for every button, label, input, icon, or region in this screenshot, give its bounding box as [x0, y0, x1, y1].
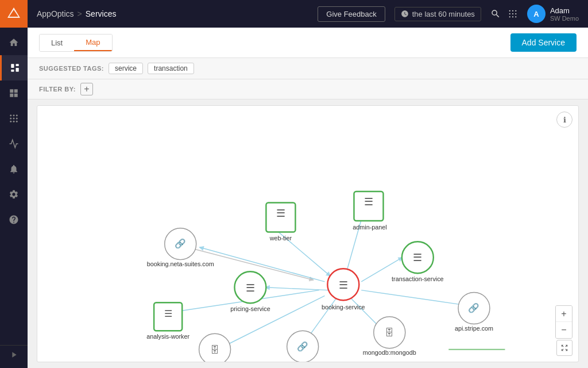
svg-point-22 — [515, 13, 516, 14]
user-name: Adam — [550, 6, 579, 15]
svg-line-32 — [351, 298, 380, 327]
sidebar-bottom — [0, 345, 28, 368]
svg-rect-2 — [16, 68, 18, 72]
svg-point-20 — [509, 13, 510, 14]
svg-rect-1 — [16, 64, 18, 66]
user-profile[interactable]: A Adam SW Demo — [527, 5, 579, 23]
service-map[interactable]: ℹ — [37, 105, 579, 362]
svg-point-17 — [509, 10, 510, 12]
svg-text:☰: ☰ — [364, 196, 373, 208]
svg-point-15 — [13, 121, 15, 122]
svg-point-25 — [515, 16, 516, 17]
svg-line-31 — [361, 290, 463, 305]
svg-point-21 — [512, 13, 513, 14]
svg-rect-0 — [11, 64, 14, 68]
map-svg: ☰ web-tier ☰ admin-panel ☰ transaction-s… — [37, 106, 578, 362]
svg-point-10 — [16, 114, 18, 116]
grid-dots-icon[interactable] — [508, 9, 518, 19]
sidebar-item-bell[interactable] — [0, 156, 28, 182]
svg-rect-7 — [14, 94, 18, 97]
avatar: A — [527, 5, 546, 23]
page-title: Services — [86, 9, 117, 18]
svg-text:web-tier: web-tier — [269, 235, 292, 241]
svg-point-16 — [16, 121, 18, 122]
sidebar — [0, 0, 28, 368]
add-service-button[interactable]: Add Service — [510, 33, 577, 52]
svg-point-12 — [13, 118, 15, 120]
app-logo[interactable] — [0, 0, 28, 28]
view-toggle: List Map — [39, 34, 113, 52]
zoom-out-button[interactable]: − — [556, 322, 572, 338]
zoom-controls: + − — [555, 305, 572, 339]
time-range[interactable]: the last 60 minutes — [394, 7, 481, 21]
svg-rect-5 — [14, 89, 18, 93]
sidebar-item-dashboard[interactable] — [0, 55, 28, 80]
breadcrumb: AppOptics > Services — [37, 9, 116, 18]
svg-rect-3 — [11, 70, 14, 72]
svg-text:☰: ☰ — [413, 252, 422, 263]
view-toolbar: List Map Add Service — [28, 28, 588, 58]
svg-text:☰: ☰ — [276, 208, 285, 219]
add-filter-button[interactable]: + — [80, 83, 93, 95]
svg-point-24 — [512, 16, 513, 17]
sidebar-item-activity[interactable] — [0, 131, 28, 156]
svg-line-30 — [265, 288, 328, 290]
expand-icon — [560, 344, 568, 352]
search-icon[interactable] — [490, 9, 501, 19]
svg-point-8 — [10, 114, 11, 116]
svg-text:☰: ☰ — [246, 282, 255, 294]
sidebar-nav — [0, 28, 28, 345]
svg-text:🔗: 🔗 — [175, 238, 186, 249]
suggested-tags-label: SUGGESTED TAGS: — [39, 65, 104, 72]
app-name: AppOptics — [37, 9, 74, 18]
sidebar-item-help[interactable] — [0, 207, 28, 232]
svg-rect-4 — [10, 89, 13, 93]
svg-rect-6 — [10, 94, 13, 97]
svg-point-13 — [16, 118, 18, 120]
svg-text:pricing-service: pricing-service — [230, 305, 270, 312]
filter-bar: FILTER BY: + — [28, 79, 588, 99]
sidebar-item-home[interactable] — [0, 30, 28, 55]
svg-text:booking-service: booking-service — [322, 304, 365, 310]
svg-line-27 — [271, 226, 330, 276]
tag-service[interactable]: service — [109, 63, 143, 74]
topbar-icons — [490, 9, 518, 19]
svg-point-23 — [509, 16, 510, 17]
time-range-label: the last 60 minutes — [412, 10, 475, 18]
svg-text:admin-panel: admin-panel — [353, 224, 386, 231]
clock-icon — [401, 10, 409, 18]
zoom-in-button[interactable]: + — [556, 306, 572, 322]
main-content: AppOptics > Services Give Feedback the l… — [28, 0, 588, 368]
sidebar-item-apps[interactable] — [0, 106, 28, 131]
svg-point-11 — [10, 118, 11, 120]
user-role: SW Demo — [550, 15, 579, 22]
svg-text:booking.neta-suites.com: booking.neta-suites.com — [147, 260, 214, 267]
map-view-button[interactable]: Map — [74, 34, 111, 51]
svg-point-19 — [515, 10, 516, 12]
svg-text:analysis-worker: analysis-worker — [146, 333, 189, 340]
svg-point-18 — [512, 10, 513, 12]
svg-text:🔗: 🔗 — [468, 302, 479, 313]
svg-text:☰: ☰ — [164, 309, 172, 319]
svg-text:mongodb:mongodb: mongodb:mongodb — [363, 349, 416, 356]
filter-label: FILTER BY: — [39, 86, 76, 93]
sidebar-expand-btn[interactable] — [0, 345, 28, 363]
svg-text:🗄: 🗄 — [385, 328, 394, 338]
list-view-button[interactable]: List — [40, 34, 74, 51]
svg-text:🗄: 🗄 — [210, 345, 219, 355]
svg-text:🔗: 🔗 — [297, 341, 308, 352]
breadcrumb-separator: > — [78, 9, 82, 18]
svg-text:api.stripe.com: api.stripe.com — [455, 325, 493, 332]
svg-text:☰: ☰ — [339, 279, 348, 291]
tag-transaction[interactable]: transaction — [148, 63, 194, 74]
content-area: List Map Add Service SUGGESTED TAGS: ser… — [28, 28, 588, 368]
expand-button[interactable] — [556, 340, 572, 356]
svg-text:transaction-service: transaction-service — [392, 275, 443, 282]
feedback-button[interactable]: Give Feedback — [318, 6, 385, 22]
topbar: AppOptics > Services Give Feedback the l… — [28, 0, 588, 28]
sidebar-item-settings[interactable] — [0, 182, 28, 207]
sidebar-item-grid[interactable] — [0, 80, 28, 106]
user-info: Adam SW Demo — [550, 6, 579, 22]
tags-bar: SUGGESTED TAGS: service transaction — [28, 58, 588, 79]
svg-point-9 — [13, 114, 15, 116]
